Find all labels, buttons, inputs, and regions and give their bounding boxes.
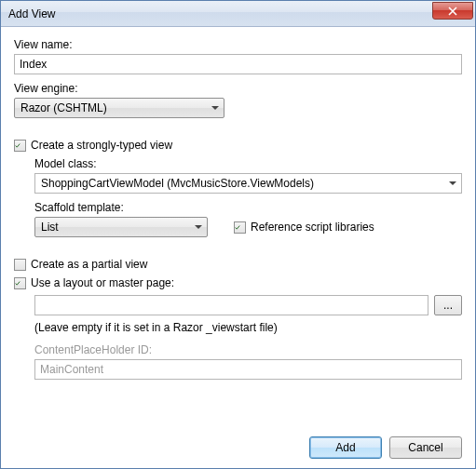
browse-label: ... [443,299,453,312]
layout-hint: (Leave empty if it is set in a Razor _vi… [34,321,462,334]
view-engine-label: View engine: [14,82,462,95]
partial-label: Create as a partial view [31,258,147,271]
dialog-footer: Add Cancel [14,427,462,459]
layout-checkbox[interactable] [14,277,26,289]
check-icon [15,278,20,288]
view-engine-select[interactable]: Razor (CSHTML) [14,98,224,118]
check-icon [15,141,20,151]
view-name-label: View name: [14,38,462,51]
ref-scripts-label: Reference script libraries [251,221,374,234]
layout-path-input[interactable] [34,295,428,315]
browse-button[interactable]: ... [434,295,462,315]
cancel-button-label: Cancel [408,441,442,454]
chevron-down-icon [449,181,456,185]
model-class-label: Model class: [34,157,462,170]
view-name-input[interactable] [14,54,462,74]
ref-scripts-checkbox[interactable] [234,221,246,234]
add-button-label: Add [335,441,355,454]
partial-checkbox[interactable] [14,259,26,271]
placeholder-label: ContentPlaceHolder ID: [34,343,462,356]
scaffold-label: Scaffold template: [34,201,462,214]
placeholder-input [34,359,462,380]
model-class-value: ShoppingCartViewModel (MvcMusicStore.Vie… [41,177,314,190]
strongly-typed-row: Create a strongly-typed view [14,139,462,152]
check-icon [235,222,240,233]
partial-view-row: Create as a partial view [14,258,462,271]
view-engine-value: Razor (CSHTML) [20,101,107,114]
add-view-dialog: Add View View name: View engine: Razor (… [0,0,476,469]
scaffold-value: List [41,221,59,234]
add-button[interactable]: Add [309,436,382,459]
layout-label: Use a layout or master page: [31,276,174,289]
model-class-select[interactable]: ShoppingCartViewModel (MvcMusicStore.Vie… [34,173,462,194]
close-icon [448,7,457,16]
close-button[interactable] [432,2,473,20]
dialog-body: View name: View engine: Razor (CSHTML) C… [1,27,475,468]
scaffold-select[interactable]: List [34,217,208,237]
chevron-down-icon [211,106,219,110]
strongly-typed-checkbox[interactable] [14,140,26,152]
titlebar: Add View [1,1,475,27]
layout-row-check: Use a layout or master page: [14,276,462,289]
chevron-down-icon [195,225,202,229]
window-title: Add View [8,7,432,20]
cancel-button[interactable]: Cancel [389,436,462,459]
strongly-typed-label: Create a strongly-typed view [31,139,172,152]
